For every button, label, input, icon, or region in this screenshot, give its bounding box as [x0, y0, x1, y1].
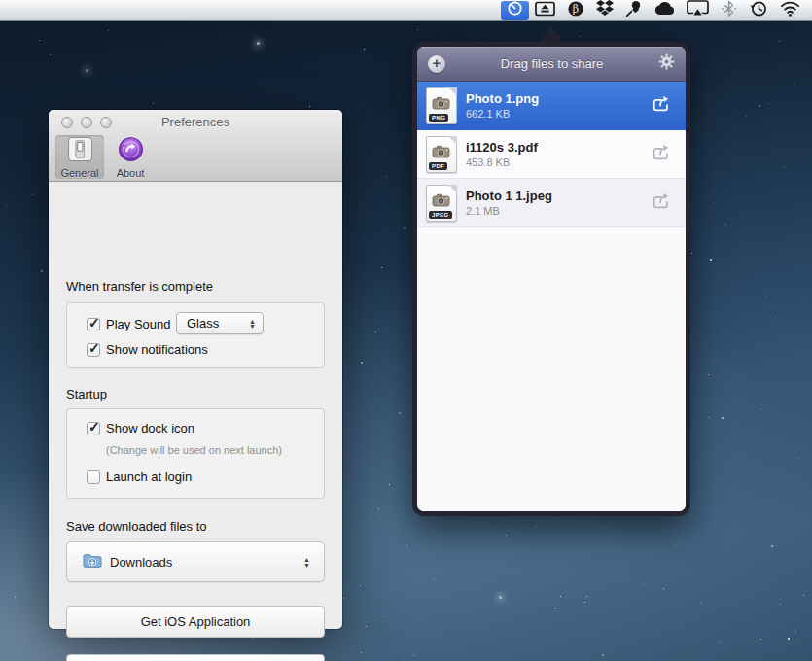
sound-select[interactable]: Glass ▲▼: [176, 312, 264, 334]
star: [354, 157, 355, 158]
startup-groupbox: Show dock icon (Change will be used on n…: [66, 408, 325, 499]
bluetooth-icon: [721, 0, 737, 21]
file-row[interactable]: PNG Photo 1.png 662.1 KB: [417, 82, 686, 130]
star: [768, 103, 769, 104]
eject-icon: [535, 1, 555, 20]
star: [771, 545, 773, 547]
star: [399, 412, 401, 414]
chevron-updown-icon: ▲▼: [249, 318, 256, 329]
star: [361, 362, 363, 364]
file-type-badge: PDF: [429, 162, 447, 170]
star: [402, 655, 403, 656]
play-sound-checkbox[interactable]: [87, 318, 100, 331]
about-icon: [118, 136, 144, 166]
launch-login-label: Launch at login: [106, 470, 192, 484]
wifi-icon: [780, 1, 800, 20]
star: [691, 253, 692, 254]
star: [644, 583, 645, 584]
notifications-row: Show notifications: [87, 342, 208, 357]
file-row[interactable]: JPEG Photo 1 1.jpeg 2.1 MB: [417, 179, 686, 227]
camera-art-icon: [432, 192, 451, 211]
chevron-updown-icon: ▲▼: [303, 557, 310, 568]
star: [389, 484, 390, 485]
file-row[interactable]: PDF i1120s 3.pdf 453.8 KB: [417, 130, 686, 179]
drop-zone[interactable]: [417, 227, 686, 511]
dock-icon-note: (Change will be used on next launch): [106, 444, 282, 456]
preferences-titlebar[interactable]: Preferences General About: [49, 110, 342, 182]
camera-art-icon: [432, 144, 451, 162]
star: [779, 41, 780, 42]
star: [746, 116, 747, 117]
star: [448, 521, 449, 522]
star: [708, 374, 709, 375]
save-folder-select[interactable]: Downloads ▲▼: [66, 541, 325, 582]
star: [15, 597, 16, 598]
star: [404, 227, 406, 229]
star: [257, 42, 260, 45]
menubar-wifi[interactable]: [774, 1, 806, 20]
star: [708, 417, 709, 418]
popover-frame: + Drag files to share PNG Photo 1.png 66…: [412, 42, 690, 516]
play-sound-row: Play Sound: [87, 317, 171, 331]
menubar-bluetooth[interactable]: [715, 1, 743, 20]
file-size: 453.8 KB: [466, 157, 643, 168]
star: [555, 608, 556, 609]
star: [378, 508, 379, 509]
launch-login-checkbox[interactable]: [87, 470, 100, 484]
menu-bar: β: [0, 0, 812, 21]
downloads-folder-icon: [83, 553, 102, 572]
dock-icon-label: Show dock icon: [106, 421, 194, 435]
menubar-airplay[interactable]: [681, 1, 715, 20]
airplay-icon: [687, 0, 709, 20]
star: [761, 409, 762, 410]
star: [719, 641, 720, 642]
star: [759, 105, 760, 107]
sound-select-value: Glass: [187, 316, 219, 330]
star: [795, 631, 796, 632]
camera-art-icon: [432, 95, 451, 114]
quit-button[interactable]: Quit: [66, 654, 325, 661]
file-texts: Photo 1 1.jpeg 2.1 MB: [466, 189, 643, 217]
star: [41, 270, 43, 272]
star: [775, 318, 776, 319]
file-thumbnail-pdf: PDF: [426, 136, 457, 173]
star: [343, 598, 344, 599]
star: [153, 103, 154, 104]
star: [700, 602, 701, 603]
add-file-button plus-icon[interactable]: +: [428, 55, 445, 73]
share-icon[interactable]: [652, 144, 672, 165]
dock-icon-row: Show dock icon: [87, 421, 194, 435]
share-icon[interactable]: [652, 95, 672, 117]
get-ios-button[interactable]: Get iOS Application: [66, 606, 325, 638]
notifications-checkbox[interactable]: [87, 343, 100, 357]
star: [780, 604, 781, 605]
share-icon[interactable]: [652, 192, 672, 214]
star: [560, 596, 561, 597]
star: [16, 610, 17, 611]
star: [253, 638, 254, 639]
menubar-dropbox[interactable]: [590, 1, 619, 20]
time-machine-icon: [749, 0, 768, 21]
popover-title: Drag files to share: [445, 56, 658, 71]
menubar-eject[interactable]: [529, 1, 561, 20]
star: [32, 194, 33, 195]
star: [361, 652, 362, 653]
menubar-cloud[interactable]: [648, 1, 681, 20]
popover-arrow: [539, 27, 564, 42]
menubar-transfer-app[interactable]: [501, 1, 529, 20]
tab-about[interactable]: About: [106, 135, 155, 179]
star: [602, 654, 604, 656]
file-thumbnail-png: PNG: [426, 87, 457, 124]
preferences-toolbar: General About: [55, 135, 155, 179]
star: [760, 639, 761, 640]
menubar-beta[interactable]: β: [561, 1, 590, 20]
star: [586, 596, 587, 597]
menubar-pin[interactable]: [619, 1, 648, 20]
tab-general[interactable]: General: [55, 135, 104, 179]
menubar-time-machine[interactable]: [743, 1, 774, 20]
cloud-icon: [653, 1, 675, 19]
star: [725, 225, 726, 226]
dock-icon-checkbox[interactable]: [87, 422, 100, 435]
settings-gear-icon[interactable]: [658, 53, 675, 74]
file-thumbnail-jpeg: JPEG: [426, 185, 457, 222]
